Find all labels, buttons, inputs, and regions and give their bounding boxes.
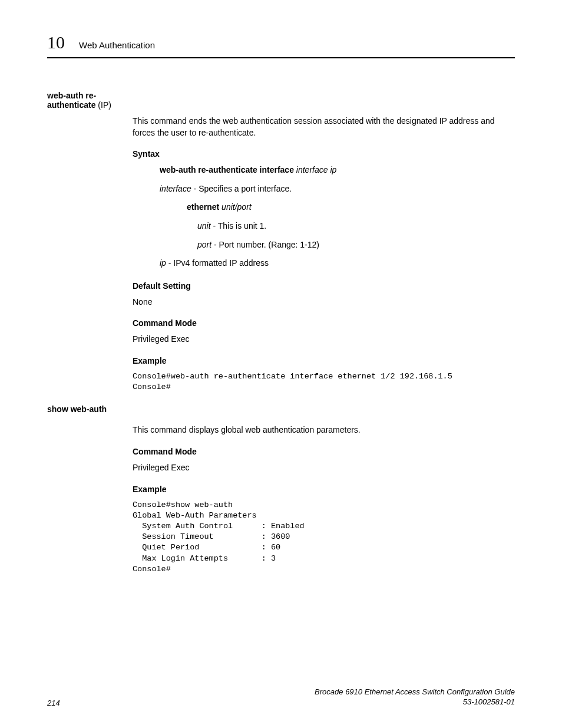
param-desc: - This is unit 1. <box>211 221 267 230</box>
command-name-suffix: (IP) <box>95 100 111 110</box>
example-heading: Example <box>133 356 515 365</box>
command-name: show web-auth <box>47 404 133 414</box>
mode-heading: Command Mode <box>133 447 515 456</box>
param-desc: - Port number. (Range: 1-12) <box>211 240 319 249</box>
page-footer: 214 Brocade 6910 Ethernet Access Switch … <box>47 687 515 707</box>
syntax-line: web-auth re-authenticate interface inter… <box>160 164 515 176</box>
chapter-title: Web Authentication <box>79 40 155 50</box>
command-description: This command displays global web authent… <box>133 424 515 436</box>
param-desc: - IPv4 formatted IP address <box>166 258 269 268</box>
doc-id: 53-1002581-01 <box>315 697 515 707</box>
mode-text: Privileged Exec <box>133 334 515 345</box>
syntax-params: interface ip <box>294 165 336 174</box>
param-ip: ip - IPv4 formatted IP address <box>160 258 515 269</box>
command-show-webauth: show web-auth <box>47 404 515 414</box>
example-code: Console#web-auth re-authenticate interfa… <box>133 371 515 393</box>
page-header: 10 Web Authentication <box>47 32 515 58</box>
example-heading: Example <box>133 485 515 494</box>
example-code: Console#show web-auth Global Web-Auth Pa… <box>133 500 515 575</box>
param-name: port <box>197 240 211 249</box>
chapter-number: 10 <box>47 32 65 52</box>
mode-text: Privileged Exec <box>133 462 515 474</box>
page-number: 214 <box>47 699 60 707</box>
default-text: None <box>133 297 515 308</box>
mode-heading: Command Mode <box>133 318 515 328</box>
param-interface: interface - Specifies a port interface. <box>160 183 515 195</box>
param-unit: unit - This is unit 1. <box>197 220 515 232</box>
command-webauth-reauth: web-auth re-authenticate (IP) <box>47 91 515 110</box>
param-args: unit/port <box>219 202 251 212</box>
param-port: port - Port number. (Range: 1-12) <box>197 239 515 251</box>
command-name: web-auth re-authenticate (IP) <box>47 91 133 110</box>
doc-title: Brocade 6910 Ethernet Access Switch Conf… <box>315 687 515 697</box>
command-name-bold: web-auth re-authenticate <box>47 91 96 110</box>
param-name: ethernet <box>187 202 219 212</box>
default-heading: Default Setting <box>133 281 515 291</box>
param-name: ip <box>160 258 166 268</box>
syntax-heading: Syntax <box>133 149 515 159</box>
param-name: interface <box>160 184 191 193</box>
command-description: This command ends the web authentication… <box>133 116 515 139</box>
param-desc: - Specifies a port interface. <box>191 184 292 193</box>
param-ethernet: ethernet unit/port <box>187 202 515 213</box>
syntax-command: web-auth re-authenticate interface <box>160 165 294 174</box>
param-name: unit <box>197 221 211 230</box>
